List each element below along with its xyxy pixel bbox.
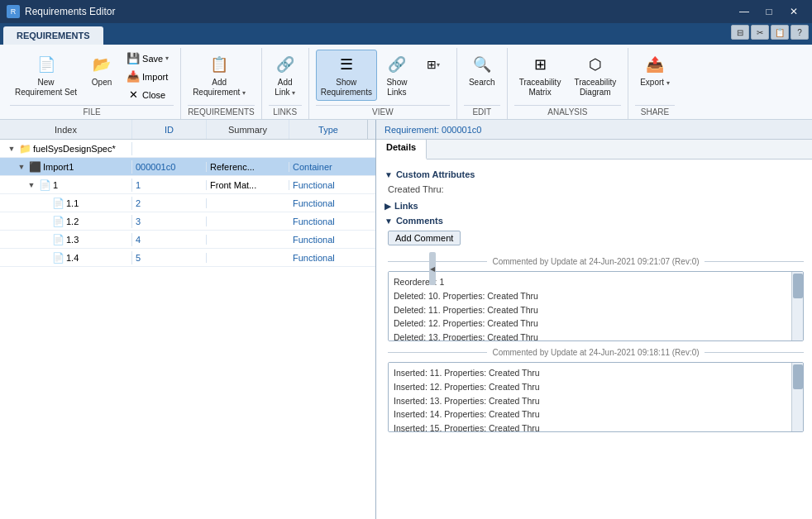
comments-content: Add Comment Commented by Update at 24-Ju… <box>385 231 804 432</box>
analysis-group-label: ANALYSIS <box>514 105 622 119</box>
traceability-matrix-icon: ⊞ <box>528 53 552 76</box>
tree-row[interactable]: 📄 1.2 3 Functional <box>0 212 375 231</box>
cut-button[interactable]: ✂ <box>751 25 769 40</box>
tab-details[interactable]: Details <box>376 140 427 160</box>
ribbon: 📄 NewRequirement Set 📂 Open 💾 Save ▾ 📥 <box>0 45 812 120</box>
save-label: Save <box>142 54 163 64</box>
ribbon-group-edit-content: 🔍 Search <box>464 50 500 103</box>
ribbon-group-analysis-content: ⊞ TraceabilityMatrix ⬡ TraceabilityDiagr… <box>514 50 622 103</box>
traceability-diagram-button[interactable]: ⬡ TraceabilityDiagram <box>569 50 621 101</box>
close-button-ribbon[interactable]: ✕ Close <box>122 86 174 103</box>
import-button[interactable]: 📥 Import <box>122 68 174 85</box>
import-label: Import <box>142 72 168 82</box>
view-group-label: VIEW <box>316 105 450 119</box>
col-header-type: Type <box>289 120 368 139</box>
add-comment-button[interactable]: Add Comment <box>388 231 461 245</box>
traceability-matrix-button[interactable]: ⊞ TraceabilityMatrix <box>514 50 566 101</box>
tree-row[interactable]: 📄 1.4 5 Functional <box>0 249 375 267</box>
app-title: Requirements Editor <box>25 6 728 17</box>
tree-cell-id: 4 <box>132 235 207 245</box>
links-section-header[interactable]: ▶ Links <box>385 201 804 211</box>
row-index-label: 1.4 <box>66 253 79 263</box>
save-button[interactable]: 💾 Save ▾ <box>122 50 174 67</box>
view-options-button[interactable]: ⊞▾ <box>417 50 450 79</box>
help-button[interactable]: ? <box>791 25 809 40</box>
row-index-label: fuelSysDesignSpec* <box>33 144 116 154</box>
ribbon-group-edit: 🔍 Search EDIT <box>457 48 508 119</box>
show-requirements-icon: ☰ <box>335 53 358 76</box>
export-icon: 📤 <box>643 53 666 76</box>
copy-button[interactable]: 📋 <box>771 25 789 40</box>
comment-divider-2: Commented by Update at 24-Jun-2021 09:18… <box>388 348 804 357</box>
ribbon-group-share-content: 📤 Export ▾ <box>635 50 675 103</box>
search-label: Search <box>469 78 495 88</box>
comment-2-content: Inserted: 11. Properties: Created Thru I… <box>394 366 786 432</box>
tree-cell-id: 000001c0 <box>132 162 207 172</box>
row-index-label: 1.3 <box>66 235 79 245</box>
comments-label: Comments <box>396 216 443 226</box>
links-group-label: LINKS <box>269 105 302 119</box>
tree-cell-index: 📄 1.3 <box>0 233 132 246</box>
ribbon-group-view: ☰ ShowRequirements 🔗 ShowLinks ⊞▾ VIEW <box>309 48 457 119</box>
undo-button[interactable]: ⊟ <box>731 25 749 40</box>
add-req-label: AddRequirement ▾ <box>193 78 246 98</box>
detail-panel: Requirement: 000001c0 Details ▼ Custom A… <box>376 120 812 519</box>
detail-header: Requirement: 000001c0 <box>376 120 812 140</box>
comment-2-timestamp: Commented by Update at 24-Jun-2021 09:18… <box>492 348 699 357</box>
minimize-button[interactable]: — <box>733 2 756 21</box>
show-requirements-button[interactable]: ☰ ShowRequirements <box>316 50 377 101</box>
ribbon-group-file: 📄 NewRequirement Set 📂 Open 💾 Save ▾ 📥 <box>3 48 181 119</box>
tree-row[interactable]: ▼ 📁 fuelSysDesignSpec* <box>0 140 375 158</box>
search-button[interactable]: 🔍 Search <box>464 50 500 91</box>
new-req-set-label: NewRequirement Set <box>15 78 77 98</box>
expand-icon[interactable]: ▼ <box>7 145 17 153</box>
comment-box-2[interactable]: Inserted: 11. Properties: Created Thru I… <box>388 362 804 432</box>
requirements-tab[interactable]: REQUIREMENTS <box>3 26 103 45</box>
edit-group-label: EDIT <box>464 105 500 119</box>
req-icon: 📄 <box>51 215 64 228</box>
collapse-handle[interactable]: ◀ <box>429 252 436 285</box>
tree-cell-index: 📄 1.2 <box>0 215 132 228</box>
comment-1-scrollbar[interactable] <box>791 272 803 340</box>
tree-row[interactable]: ▼ 📄 1 1 Front Mat... Functional <box>0 176 375 194</box>
detail-body: ▼ Custom Attributes Created Thru: ▶ Link… <box>376 160 812 519</box>
tree-cell-index: 📄 1.1 <box>0 197 132 210</box>
tree-row[interactable]: 📄 1.3 4 Functional <box>0 231 375 249</box>
ribbon-corner-buttons: ⊟ ✂ 📋 ? <box>731 25 809 40</box>
col-header-index: Index <box>0 120 132 139</box>
tree-cell-id: 1 <box>132 180 207 190</box>
tree-cell-id: 3 <box>132 217 207 226</box>
add-link-button[interactable]: 🔗 AddLink ▾ <box>269 50 302 101</box>
tree-cell-index: 📄 1.4 <box>0 251 132 264</box>
app-icon: R <box>7 5 20 18</box>
req-icon: 📄 <box>51 197 64 210</box>
close-button[interactable]: ✕ <box>782 2 805 21</box>
save-dropdown-arrow: ▾ <box>165 55 169 62</box>
row-index-label: 1 <box>53 180 58 190</box>
custom-attributes-label: Custom Attributes <box>396 169 475 179</box>
expand-icon[interactable]: ▼ <box>17 163 26 171</box>
custom-attributes-section-header[interactable]: ▼ Custom Attributes <box>385 169 804 179</box>
tree-header: Index ID Summary Type <box>0 120 375 140</box>
title-bar: R Requirements Editor — □ ✕ <box>0 0 812 23</box>
comment-1-timestamp: Commented by Update at 24-Jun-2021 09:21… <box>492 257 699 266</box>
expand-icon[interactable]: ▼ <box>26 181 36 189</box>
export-button[interactable]: 📤 Export ▾ <box>635 50 675 91</box>
comment-1-content: Reordered: 1 Deleted: 10. Properties: Cr… <box>394 275 786 341</box>
comment-2-scrollbar[interactable] <box>791 363 803 431</box>
add-requirement-button[interactable]: 📋 AddRequirement ▾ <box>188 50 251 101</box>
folder-icon: 📁 <box>18 142 31 155</box>
tree-cell-id: 5 <box>132 253 207 263</box>
close-ribbon-label: Close <box>142 90 165 100</box>
maximize-button[interactable]: □ <box>757 2 781 21</box>
new-requirement-set-button[interactable]: 📄 NewRequirement Set <box>10 50 82 101</box>
tree-row[interactable]: 📄 1.1 2 Functional <box>0 194 375 212</box>
tree-cell-type: Container <box>289 162 368 172</box>
show-links-label: ShowLinks <box>386 78 407 98</box>
tree-row[interactable]: ▼ ⬛ Import1 000001c0 Referenc... Contain… <box>0 158 375 176</box>
show-links-button[interactable]: 🔗 ShowLinks <box>380 50 413 101</box>
tree-cell-index: ▼ 📄 1 <box>0 179 132 192</box>
comments-section-header[interactable]: ▼ Comments <box>385 216 804 226</box>
comment-box-1[interactable]: Reordered: 1 Deleted: 10. Properties: Cr… <box>388 271 804 341</box>
open-button[interactable]: 📂 Open <box>85 50 118 91</box>
